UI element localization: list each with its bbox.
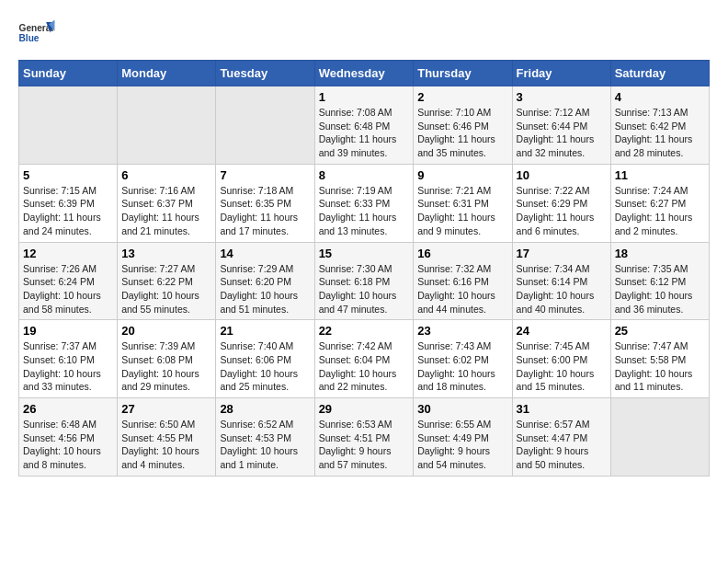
day-cell: 31Sunrise: 6:57 AMSunset: 4:47 PMDayligh… [512, 398, 610, 477]
day-cell: 7Sunrise: 7:18 AMSunset: 6:35 PMDaylight… [216, 164, 314, 242]
day-cell: 1Sunrise: 7:08 AMSunset: 6:48 PMDaylight… [314, 86, 414, 165]
day-number: 16 [417, 247, 507, 260]
day-cell: 29Sunrise: 6:53 AMSunset: 4:51 PMDayligh… [314, 398, 414, 477]
day-number: 28 [220, 402, 310, 416]
day-info: Sunrise: 7:43 AMSunset: 6:02 PMDaylight:… [417, 339, 507, 394]
day-info: Sunrise: 7:21 AMSunset: 6:31 PMDaylight:… [417, 184, 507, 238]
day-info: Sunrise: 6:55 AMSunset: 4:49 PMDaylight:… [417, 418, 507, 472]
day-number: 15 [319, 247, 410, 260]
day-cell: 3Sunrise: 7:12 AMSunset: 6:44 PMDaylight… [512, 86, 610, 165]
day-info: Sunrise: 7:12 AMSunset: 6:44 PMDaylight:… [517, 106, 607, 160]
day-cell: 11Sunrise: 7:24 AMSunset: 6:27 PMDayligh… [610, 164, 709, 242]
day-cell: 22Sunrise: 7:42 AMSunset: 6:04 PMDayligh… [314, 320, 414, 398]
day-info: Sunrise: 7:37 AMSunset: 6:10 PMDaylight:… [23, 339, 113, 394]
day-cell: 13Sunrise: 7:27 AMSunset: 6:22 PMDayligh… [118, 242, 216, 320]
day-cell [19, 86, 118, 165]
day-info: Sunrise: 7:40 AMSunset: 6:06 PMDaylight:… [220, 339, 310, 394]
day-cell: 14Sunrise: 7:29 AMSunset: 6:20 PMDayligh… [216, 242, 314, 320]
day-info: Sunrise: 7:29 AMSunset: 6:20 PMDaylight:… [220, 262, 310, 316]
week-row-3: 12Sunrise: 7:26 AMSunset: 6:24 PMDayligh… [19, 242, 710, 320]
day-cell: 20Sunrise: 7:39 AMSunset: 6:08 PMDayligh… [118, 320, 216, 398]
week-row-4: 19Sunrise: 7:37 AMSunset: 6:10 PMDayligh… [19, 320, 710, 398]
day-number: 9 [417, 168, 507, 182]
day-info: Sunrise: 6:52 AMSunset: 4:53 PMDaylight:… [220, 418, 310, 472]
day-cell: 10Sunrise: 7:22 AMSunset: 6:29 PMDayligh… [512, 164, 610, 242]
day-number: 7 [220, 168, 310, 182]
weekday-thursday: Thursday [414, 61, 512, 86]
day-info: Sunrise: 7:47 AMSunset: 5:58 PMDaylight:… [615, 339, 705, 394]
day-info: Sunrise: 7:39 AMSunset: 6:08 PMDaylight:… [121, 339, 211, 394]
weekday-tuesday: Tuesday [216, 61, 314, 86]
week-row-2: 5Sunrise: 7:15 AMSunset: 6:39 PMDaylight… [19, 164, 710, 242]
logo: General Blue [18, 18, 59, 51]
day-cell: 21Sunrise: 7:40 AMSunset: 6:06 PMDayligh… [216, 320, 314, 398]
week-row-5: 26Sunrise: 6:48 AMSunset: 4:56 PMDayligh… [19, 398, 710, 477]
day-cell: 23Sunrise: 7:43 AMSunset: 6:02 PMDayligh… [414, 320, 512, 398]
day-info: Sunrise: 6:53 AMSunset: 4:51 PMDaylight:… [319, 418, 410, 472]
day-number: 30 [417, 402, 507, 416]
day-number: 29 [319, 402, 410, 416]
day-info: Sunrise: 7:34 AMSunset: 6:14 PMDaylight:… [517, 262, 607, 316]
svg-text:Blue: Blue [19, 33, 40, 43]
day-cell: 12Sunrise: 7:26 AMSunset: 6:24 PMDayligh… [19, 242, 118, 320]
day-number: 22 [319, 324, 410, 338]
day-info: Sunrise: 7:13 AMSunset: 6:42 PMDaylight:… [615, 106, 705, 160]
day-cell [118, 86, 216, 165]
day-info: Sunrise: 7:32 AMSunset: 6:16 PMDaylight:… [417, 262, 507, 316]
day-info: Sunrise: 7:26 AMSunset: 6:24 PMDaylight:… [23, 262, 113, 316]
day-cell: 19Sunrise: 7:37 AMSunset: 6:10 PMDayligh… [19, 320, 118, 398]
day-cell: 9Sunrise: 7:21 AMSunset: 6:31 PMDaylight… [414, 164, 512, 242]
day-cell: 6Sunrise: 7:16 AMSunset: 6:37 PMDaylight… [118, 164, 216, 242]
day-number: 27 [121, 402, 211, 416]
weekday-header-row: SundayMondayTuesdayWednesdayThursdayFrid… [19, 61, 710, 86]
day-info: Sunrise: 7:16 AMSunset: 6:37 PMDaylight:… [121, 184, 211, 238]
day-cell: 18Sunrise: 7:35 AMSunset: 6:12 PMDayligh… [610, 242, 709, 320]
day-info: Sunrise: 7:22 AMSunset: 6:29 PMDaylight:… [517, 184, 607, 238]
day-info: Sunrise: 7:45 AMSunset: 6:00 PMDaylight:… [517, 339, 607, 394]
weekday-wednesday: Wednesday [314, 61, 414, 86]
day-info: Sunrise: 7:19 AMSunset: 6:33 PMDaylight:… [319, 184, 410, 238]
day-number: 3 [517, 90, 607, 104]
day-number: 18 [615, 247, 705, 260]
day-cell: 28Sunrise: 6:52 AMSunset: 4:53 PMDayligh… [216, 398, 314, 477]
day-number: 1 [319, 90, 410, 104]
day-number: 14 [220, 247, 310, 260]
day-info: Sunrise: 6:57 AMSunset: 4:47 PMDaylight:… [517, 418, 607, 472]
calendar-table: SundayMondayTuesdayWednesdayThursdayFrid… [18, 60, 710, 477]
weekday-friday: Friday [512, 61, 610, 86]
day-number: 19 [23, 324, 113, 338]
day-info: Sunrise: 7:27 AMSunset: 6:22 PMDaylight:… [121, 262, 211, 316]
day-number: 17 [517, 247, 607, 260]
day-number: 31 [517, 402, 607, 416]
day-number: 4 [615, 90, 705, 104]
day-cell [610, 398, 709, 477]
day-info: Sunrise: 6:50 AMSunset: 4:55 PMDaylight:… [121, 418, 211, 472]
day-info: Sunrise: 7:30 AMSunset: 6:18 PMDaylight:… [319, 262, 410, 316]
day-cell: 2Sunrise: 7:10 AMSunset: 6:46 PMDaylight… [414, 86, 512, 165]
day-cell: 8Sunrise: 7:19 AMSunset: 6:33 PMDaylight… [314, 164, 414, 242]
day-number: 2 [417, 90, 507, 104]
day-info: Sunrise: 7:18 AMSunset: 6:35 PMDaylight:… [220, 184, 310, 238]
calendar-body: 1Sunrise: 7:08 AMSunset: 6:48 PMDaylight… [19, 86, 710, 477]
day-cell: 30Sunrise: 6:55 AMSunset: 4:49 PMDayligh… [414, 398, 512, 477]
day-cell: 25Sunrise: 7:47 AMSunset: 5:58 PMDayligh… [610, 320, 709, 398]
day-number: 6 [121, 168, 211, 182]
day-number: 21 [220, 324, 310, 338]
day-info: Sunrise: 7:10 AMSunset: 6:46 PMDaylight:… [417, 106, 507, 160]
day-info: Sunrise: 6:48 AMSunset: 4:56 PMDaylight:… [23, 418, 113, 472]
day-info: Sunrise: 7:08 AMSunset: 6:48 PMDaylight:… [319, 106, 410, 160]
day-number: 23 [417, 324, 507, 338]
day-cell: 5Sunrise: 7:15 AMSunset: 6:39 PMDaylight… [19, 164, 118, 242]
day-info: Sunrise: 7:15 AMSunset: 6:39 PMDaylight:… [23, 184, 113, 238]
day-number: 12 [23, 247, 113, 260]
day-number: 11 [615, 168, 705, 182]
day-cell: 15Sunrise: 7:30 AMSunset: 6:18 PMDayligh… [314, 242, 414, 320]
day-info: Sunrise: 7:42 AMSunset: 6:04 PMDaylight:… [319, 339, 410, 394]
day-cell: 24Sunrise: 7:45 AMSunset: 6:00 PMDayligh… [512, 320, 610, 398]
day-info: Sunrise: 7:35 AMSunset: 6:12 PMDaylight:… [615, 262, 705, 316]
day-cell [216, 86, 314, 165]
day-cell: 17Sunrise: 7:34 AMSunset: 6:14 PMDayligh… [512, 242, 610, 320]
day-number: 13 [121, 247, 211, 260]
day-cell: 27Sunrise: 6:50 AMSunset: 4:55 PMDayligh… [118, 398, 216, 477]
day-number: 24 [517, 324, 607, 338]
